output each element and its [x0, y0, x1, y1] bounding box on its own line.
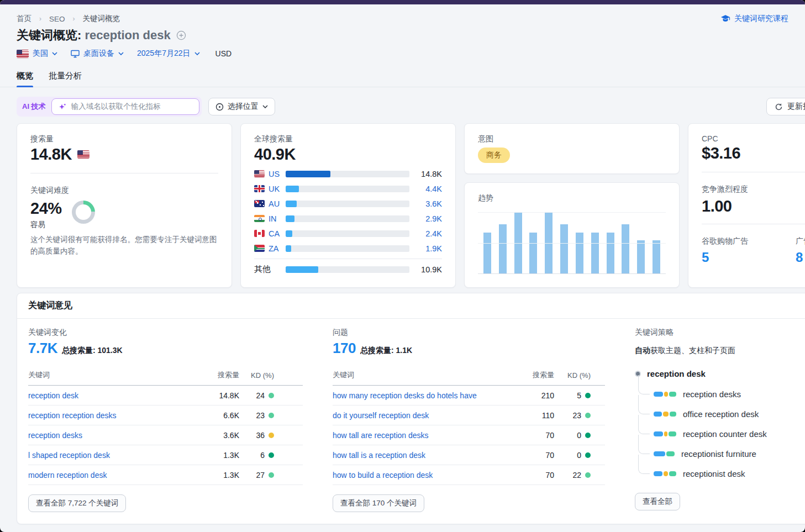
- trend-bar: [560, 224, 568, 273]
- strategy-child[interactable]: receptionist desk: [654, 463, 799, 483]
- kd-dot: [585, 393, 591, 398]
- other-volume-value: 10.9K: [413, 265, 442, 274]
- global-volume-value: 40.9K: [254, 145, 442, 164]
- global-volume-label: 全球搜索量: [254, 134, 442, 144]
- volume-cell: 110: [525, 405, 554, 425]
- trend-bar: [514, 212, 522, 273]
- volume-cell: 70: [525, 465, 554, 485]
- keyword-link[interactable]: do it yourself reception desk: [333, 405, 525, 425]
- strategy-child[interactable]: reception desks: [654, 384, 799, 404]
- kd-dot: [585, 452, 591, 458]
- col-volume: 搜索量: [525, 370, 554, 386]
- questions-table: 关键词 搜索量 KD (%) how many reception desks …: [333, 370, 605, 485]
- other-label: 其他: [254, 264, 282, 275]
- table-row: how to build a reception desk 70 22: [333, 465, 605, 485]
- country-volume-row: CA 2.4K: [254, 226, 442, 241]
- keyword-variations-column: 关键词变化 7.7K 总搜索量: 101.3K 关键词 搜索量 KD (%): [28, 328, 303, 512]
- country-selector[interactable]: 美国: [17, 49, 57, 59]
- country-code-link[interactable]: IN: [269, 214, 282, 223]
- questions-label: 问题: [333, 328, 605, 338]
- chevron-down-icon: [262, 105, 268, 108]
- add-keyword-icon[interactable]: [176, 30, 186, 40]
- breadcrumb-separator: ›: [73, 15, 75, 23]
- strategy-child[interactable]: reception counter desk: [654, 424, 799, 444]
- questions-count: 170: [333, 340, 356, 357]
- trend-label: 趋势: [478, 193, 666, 203]
- domain-input[interactable]: 输入域名以获取个性化指标: [51, 98, 199, 115]
- intent-card: 意图 商务: [464, 123, 680, 174]
- country-volume-bar: [286, 171, 409, 177]
- col-keyword: 关键词: [333, 370, 525, 386]
- trend-bar: [545, 212, 553, 273]
- volume-cell: 1.3K: [198, 445, 239, 465]
- keyword-link[interactable]: reception desk: [28, 386, 198, 405]
- keyword-ideas-section: 关键词意见 关键词变化 7.7K 总搜索量: 101.3K 关键词 搜索量 KD…: [17, 293, 805, 524]
- keyword-link[interactable]: modern reception desk: [28, 465, 198, 485]
- domain-input-placeholder: 输入域名以获取个性化指标: [71, 102, 161, 112]
- device-selector[interactable]: 桌面设备: [71, 49, 124, 59]
- kd-cell: 5: [577, 391, 591, 400]
- volume-card: 搜索量 14.8K 关键词难度 24% 容易 这个关键词很有可能获得排名。您需要…: [17, 123, 232, 288]
- chevron-down-icon: [118, 52, 124, 55]
- kd-dot: [269, 452, 274, 458]
- col-volume: 搜索量: [198, 370, 239, 386]
- view-all-strategy-button[interactable]: 查看全部: [635, 493, 680, 510]
- country-volume-bar: [286, 186, 409, 192]
- country-code-link[interactable]: AU: [269, 199, 282, 208]
- ads-value: 8: [796, 250, 805, 265]
- keyword-link[interactable]: l shaped reception desk: [28, 445, 198, 465]
- table-row: do it yourself reception desk 110 23: [333, 405, 605, 425]
- variations-total: 总搜索量: 101.3K: [62, 346, 123, 356]
- keyword-link[interactable]: how to build a reception desk: [333, 465, 525, 485]
- col-kd: KD (%): [554, 370, 605, 386]
- tab-overview[interactable]: 概览: [17, 71, 33, 87]
- refresh-icon: [775, 103, 783, 111]
- graduation-cap-icon: [720, 14, 730, 23]
- shopping-ads-label: 谷歌购物广告: [702, 236, 796, 246]
- country-volume-bar: [286, 215, 409, 222]
- country-code-link[interactable]: UK: [269, 185, 282, 193]
- view-all-questions-button[interactable]: 查看全部 170 个关键词: [333, 494, 424, 512]
- breadcrumb-seo[interactable]: SEO: [49, 15, 65, 23]
- keyword-link[interactable]: reception reception desks: [28, 405, 198, 425]
- country-volume-bar: [286, 230, 409, 237]
- topic-segments-icon: [654, 471, 676, 476]
- trend-bar: [576, 233, 583, 273]
- country-code-link[interactable]: US: [269, 170, 282, 178]
- volume-cell: 3.6K: [198, 425, 239, 445]
- country-flag-icon: [254, 200, 265, 207]
- keyword-research-course-link[interactable]: 关键词研究课程: [720, 14, 788, 24]
- country-code-link[interactable]: CA: [269, 229, 282, 238]
- kd-value: 24%: [30, 199, 62, 218]
- keyword-link[interactable]: how tall is a reception desk: [333, 445, 525, 465]
- questions-column: 问题 170 总搜索量: 1.1K 关键词 搜索量 KD (%): [333, 328, 605, 512]
- kd-dot: [269, 433, 274, 438]
- tab-bulk-analysis[interactable]: 批量分析: [49, 71, 82, 87]
- global-volume-card: 全球搜索量 40.9K US 14.8K UK: [240, 123, 456, 288]
- country-volume-value: 4.4K: [413, 185, 442, 193]
- kd-cell: 23: [572, 411, 591, 420]
- select-location-button[interactable]: 选择位置: [208, 98, 275, 115]
- cpc-card: CPC $3.16 竞争激烈程度 1.00 谷歌购物广告 5 广告 8: [688, 123, 805, 288]
- country-code-link[interactable]: ZA: [269, 244, 282, 253]
- keyword-link[interactable]: reception desks: [28, 425, 198, 445]
- keyword-link[interactable]: how many reception desks do hotels have: [333, 386, 525, 405]
- strategy-subtitle: 自动获取主题、支柱和子页面: [635, 346, 799, 356]
- country-flag-icon: [254, 215, 265, 222]
- kd-cell: 22: [572, 471, 591, 480]
- strategy-child[interactable]: office reception desk: [654, 404, 799, 424]
- topic-segments-icon: [654, 412, 676, 417]
- refresh-metrics-button[interactable]: 更新指标: [766, 98, 805, 115]
- strategy-child[interactable]: receptionist furniture: [654, 444, 799, 463]
- browser-top-strip: [0, 0, 805, 4]
- view-all-variations-button[interactable]: 查看全部 7,722 个关键词: [28, 494, 126, 512]
- intent-badge[interactable]: 商务: [478, 148, 510, 163]
- volume-label: 搜索量: [30, 134, 218, 144]
- keyword-link[interactable]: how tall are reception desks: [333, 425, 525, 445]
- date-selector[interactable]: 2025年7月22日: [137, 49, 200, 59]
- breadcrumb-home[interactable]: 首页: [17, 14, 31, 24]
- volume-cell: 1.3K: [198, 465, 239, 485]
- kd-cell: 0: [577, 451, 591, 460]
- kd-dot: [269, 413, 274, 418]
- col-keyword: 关键词: [28, 370, 198, 386]
